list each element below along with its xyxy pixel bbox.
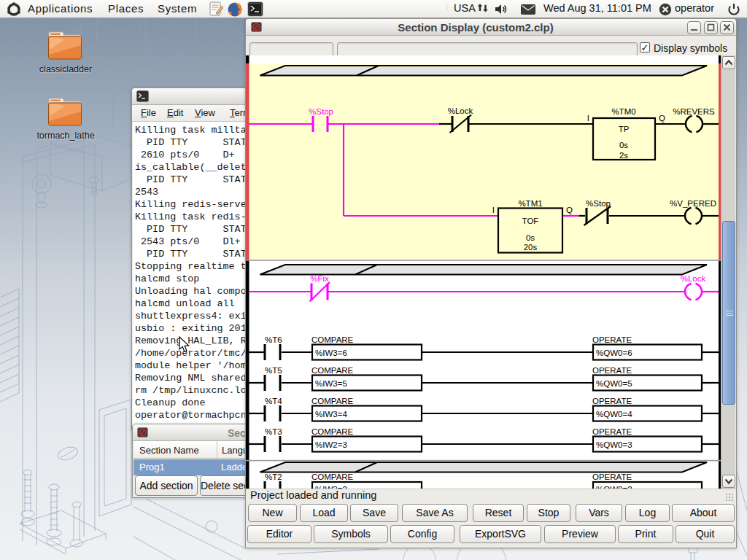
svg-text:%QW0=3: %QW0=3: [596, 440, 632, 449]
svg-text:20s: 20s: [524, 243, 538, 252]
svg-text:TOF: TOF: [522, 217, 539, 225]
svg-text:COMPARE: COMPARE: [311, 335, 354, 344]
svg-text:%T6: %T6: [265, 335, 282, 344]
svg-text:%QW0=6: %QW0=6: [596, 349, 632, 357]
svg-text:%Stop: %Stop: [309, 107, 333, 116]
svg-text:I: I: [587, 114, 589, 122]
svg-text:COMPARE: COMPARE: [311, 366, 354, 375]
svg-text:I: I: [492, 206, 495, 214]
svg-text:%T4: %T4: [265, 397, 282, 405]
svg-text:%IW3=5: %IW3=5: [315, 379, 347, 388]
svg-text:%REVERS: %REVERS: [673, 107, 715, 116]
svg-text:%IW3=6: %IW3=6: [315, 349, 347, 357]
svg-text:%V_PERED: %V_PERED: [670, 199, 716, 208]
svg-text:2s: 2s: [619, 151, 628, 160]
svg-text:COMPARE: COMPARE: [311, 472, 354, 481]
svg-text:Q: Q: [566, 206, 573, 214]
svg-text:OPERATE: OPERATE: [592, 366, 632, 375]
svg-text:0s: 0s: [619, 141, 628, 149]
svg-text:OPERATE: OPERATE: [592, 472, 632, 481]
svg-text:%IW3=4: %IW3=4: [315, 410, 347, 419]
svg-text:%Stop: %Stop: [586, 199, 611, 208]
svg-text:OPERATE: OPERATE: [592, 397, 632, 405]
svg-text:%TM0: %TM0: [611, 107, 635, 116]
svg-text:OPERATE: OPERATE: [592, 335, 632, 344]
svg-text:TP: TP: [619, 125, 630, 133]
svg-text:COMPARE: COMPARE: [311, 397, 354, 405]
svg-text:OPERATE: OPERATE: [592, 427, 632, 436]
svg-text:%Lock: %Lock: [448, 106, 473, 115]
svg-text:Q: Q: [659, 114, 665, 122]
svg-text:%T5: %T5: [265, 366, 282, 375]
svg-text:%QW0=4: %QW0=4: [596, 410, 632, 419]
svg-text:%Lock: %Lock: [681, 274, 706, 283]
svg-text:%T2: %T2: [265, 472, 282, 481]
svg-text:0s: 0s: [526, 233, 535, 242]
svg-text:%Fix: %Fix: [310, 274, 329, 283]
svg-text:%IW2=3: %IW2=3: [315, 440, 347, 449]
svg-text:COMPARE: COMPARE: [311, 427, 354, 436]
svg-text:%QW0=5: %QW0=5: [596, 379, 632, 388]
svg-text:%TM1: %TM1: [518, 199, 542, 208]
svg-text:%T3: %T3: [265, 427, 282, 436]
